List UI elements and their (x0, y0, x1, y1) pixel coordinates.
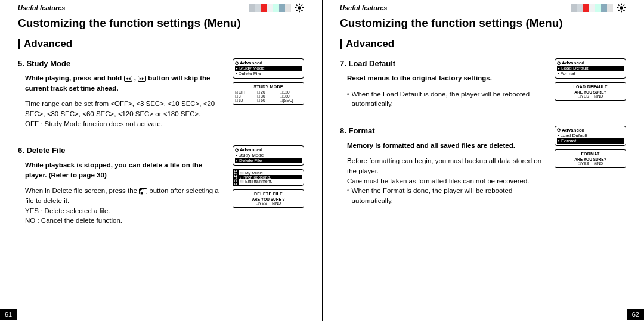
fastforward-icon: ▸▸ (138, 76, 146, 82)
section-intro: While playing, press and hold ◂◂ , ▸▸ bu… (18, 73, 224, 93)
header-decoration (571, 3, 626, 13)
rewind-icon: ◂◂ (124, 76, 132, 82)
lcd-load-default: Advanced Load Default Format LOAD DEFAUL… (555, 58, 626, 109)
svg-line-14 (618, 5, 620, 6)
section-detail: Time range can be set from <OFF>, <3 SEC… (18, 99, 224, 129)
section-load-default: 7. Load Default Reset menus to the origi… (340, 58, 626, 109)
lcd-format: Advanced Load Default Format FORMAT ARE … (555, 126, 626, 206)
svg-point-0 (298, 6, 301, 9)
section-intro: While playback is stopped, you can delet… (18, 160, 224, 180)
page-left: Useful features Customizing the function… (0, 0, 322, 321)
page-divider (322, 0, 323, 321)
play-stop-icon: ▸/■ (139, 188, 147, 194)
breadcrumb: Useful features (340, 4, 387, 11)
svg-line-16 (618, 10, 620, 11)
lcd-delete: Advanced Study Mode Delete File DELETE M… (233, 145, 304, 226)
svg-line-7 (296, 10, 298, 11)
section-detail: Before formatting can begin, you must ba… (340, 156, 546, 205)
gear-icon (617, 3, 626, 13)
page-footer: 61 (0, 308, 322, 321)
svg-line-5 (296, 5, 298, 6)
section-title: 8. Format (340, 126, 546, 137)
page-subtitle: Advanced (18, 38, 304, 50)
section-detail: When the Load Default is done, the playe… (340, 89, 546, 109)
section-title: 6. Delete File (18, 145, 224, 157)
svg-line-6 (301, 10, 302, 11)
section-format: 8. Format Memory is formatted and all sa… (340, 126, 626, 206)
section-title: 5. Study Mode (18, 58, 224, 70)
svg-line-8 (301, 5, 302, 6)
section-delete-file: 6. Delete File While playback is stopped… (18, 145, 304, 226)
breadcrumb: Useful features (18, 4, 65, 11)
page-number: 61 (0, 309, 17, 320)
lcd-study: Advanced Study Mode Delete File STUDY MO… (233, 58, 304, 129)
section-title: 7. Load Default (340, 58, 546, 70)
page-right: Useful features Customizing the function… (322, 0, 644, 321)
two-page-spread: Useful features Customizing the function… (0, 0, 644, 321)
svg-point-9 (620, 6, 623, 9)
svg-line-15 (623, 10, 624, 11)
page-title: Customizing the function settings (Menu) (340, 17, 626, 30)
gear-icon (295, 3, 304, 13)
page-footer: 62 (322, 308, 644, 321)
svg-line-17 (623, 5, 624, 6)
section-detail: When in Delete file screen, press the ▸/… (18, 186, 224, 226)
page-title: Customizing the function settings (Menu) (18, 17, 304, 30)
page-number: 62 (627, 309, 644, 320)
page-subtitle: Advanced (340, 38, 626, 50)
section-intro: Reset menus to the original factory sett… (340, 73, 546, 83)
header-decoration (249, 3, 304, 13)
section-study-mode: 5. Study Mode While playing, press and h… (18, 58, 304, 129)
section-intro: Memory is formatted and all saved files … (340, 141, 546, 151)
